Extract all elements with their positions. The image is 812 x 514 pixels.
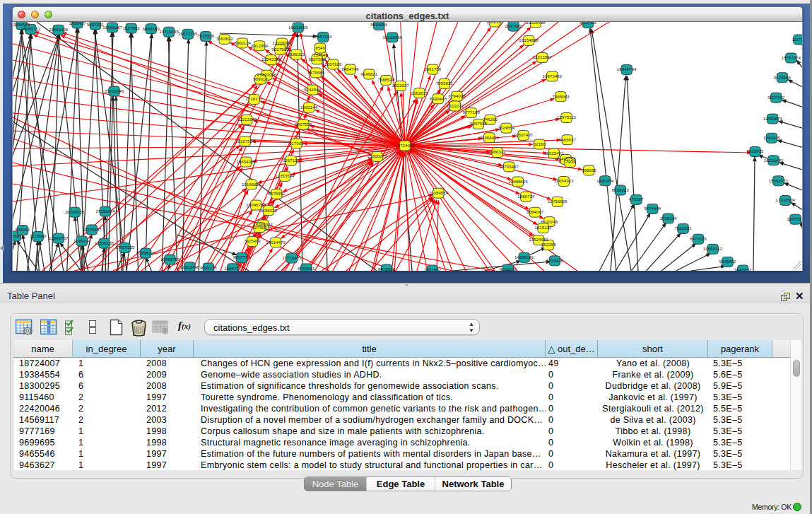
svg-text:7588520: 7588520 bbox=[377, 77, 395, 82]
svg-text:19654923: 19654923 bbox=[554, 178, 574, 183]
svg-text:835061: 835061 bbox=[16, 227, 30, 232]
svg-text:10756928: 10756928 bbox=[548, 199, 567, 204]
svg-text:16107554: 16107554 bbox=[235, 139, 255, 144]
svg-text:7357224: 7357224 bbox=[314, 34, 332, 39]
svg-text:8938923: 8938923 bbox=[612, 187, 630, 192]
svg-text:6794028: 6794028 bbox=[448, 93, 466, 98]
svg-text:19218506: 19218506 bbox=[382, 35, 402, 40]
svg-text:20364436: 20364436 bbox=[479, 135, 499, 140]
svg-text:17957225: 17957225 bbox=[115, 245, 135, 250]
svg-text:10719155: 10719155 bbox=[159, 29, 179, 34]
svg-text:20053346: 20053346 bbox=[105, 88, 124, 93]
svg-text:12213349: 12213349 bbox=[237, 117, 257, 122]
svg-text:127904: 127904 bbox=[252, 225, 267, 230]
svg-text:2803144: 2803144 bbox=[300, 105, 318, 110]
svg-text:9945652: 9945652 bbox=[734, 267, 752, 271]
svg-text:8186323: 8186323 bbox=[288, 52, 305, 57]
svg-text:12093873: 12093873 bbox=[763, 116, 783, 121]
svg-text:3498222: 3498222 bbox=[260, 208, 278, 213]
svg-text:15716485: 15716485 bbox=[282, 255, 302, 260]
svg-text:9474444: 9474444 bbox=[644, 206, 661, 211]
svg-text:10958107: 10958107 bbox=[136, 250, 155, 255]
svg-text:8472638: 8472638 bbox=[378, 267, 396, 271]
svg-text:3822037: 3822037 bbox=[392, 83, 410, 88]
svg-text:1167533: 1167533 bbox=[787, 216, 802, 221]
svg-text:12226058: 12226058 bbox=[272, 40, 292, 45]
svg-text:2935114: 2935114 bbox=[660, 216, 677, 221]
svg-text:3624554: 3624554 bbox=[498, 125, 515, 130]
svg-text:16033809: 16033809 bbox=[288, 25, 308, 30]
svg-text:2071882: 2071882 bbox=[424, 267, 442, 271]
svg-text:7625402: 7625402 bbox=[244, 238, 261, 243]
svg-text:9146821: 9146821 bbox=[360, 71, 378, 76]
svg-text:7632621: 7632621 bbox=[674, 226, 692, 230]
svg-text:1880724: 1880724 bbox=[517, 194, 535, 199]
svg-text:8293921: 8293921 bbox=[298, 266, 315, 271]
svg-text:15692971: 15692971 bbox=[769, 178, 789, 183]
svg-text:19046736: 19046736 bbox=[246, 202, 266, 207]
svg-text:9327508: 9327508 bbox=[308, 57, 326, 62]
svg-text:2718170: 2718170 bbox=[246, 96, 264, 101]
svg-text:7904: 7904 bbox=[565, 159, 575, 164]
svg-text:14055712: 14055712 bbox=[21, 26, 41, 31]
svg-text:1002543: 1002543 bbox=[486, 22, 504, 24]
svg-text:479197: 479197 bbox=[629, 197, 644, 201]
svg-text:6466160: 6466160 bbox=[143, 26, 160, 31]
svg-text:1615132: 1615132 bbox=[534, 225, 552, 230]
svg-text:6497568: 6497568 bbox=[470, 121, 488, 126]
svg-text:1115689: 1115689 bbox=[30, 233, 47, 238]
svg-text:12505135: 12505135 bbox=[95, 240, 114, 245]
svg-text:10975887: 10975887 bbox=[82, 227, 102, 232]
svg-text:16648794: 16648794 bbox=[617, 66, 637, 71]
svg-text:1621072: 1621072 bbox=[447, 103, 464, 108]
svg-text:1145194: 1145194 bbox=[73, 238, 90, 243]
svg-text:7986322: 7986322 bbox=[489, 149, 507, 154]
svg-text:1244415: 1244415 bbox=[763, 135, 781, 140]
svg-text:10507487: 10507487 bbox=[514, 132, 534, 137]
svg-text:19384554: 19384554 bbox=[429, 190, 449, 195]
svg-text:19166825: 19166825 bbox=[242, 182, 261, 187]
svg-text:7485063: 7485063 bbox=[552, 94, 570, 99]
svg-text:14136141: 14136141 bbox=[514, 255, 534, 259]
svg-text:10025438: 10025438 bbox=[526, 22, 546, 25]
svg-text:17359924: 17359924 bbox=[95, 209, 115, 214]
svg-text:9657771: 9657771 bbox=[233, 255, 251, 259]
svg-text:3175685: 3175685 bbox=[307, 70, 325, 75]
svg-text:16671355: 16671355 bbox=[178, 31, 198, 36]
svg-text:10655287: 10655287 bbox=[102, 25, 122, 30]
svg-text:1733426: 1733426 bbox=[546, 258, 564, 263]
svg-text:10654112: 10654112 bbox=[703, 246, 723, 251]
svg-text:12353594: 12353594 bbox=[275, 173, 295, 178]
svg-text:8990448: 8990448 bbox=[430, 96, 447, 101]
svg-text:8454749: 8454749 bbox=[341, 66, 359, 71]
svg-text:3915971: 3915971 bbox=[13, 233, 24, 238]
svg-text:252254: 252254 bbox=[541, 242, 556, 247]
svg-text:6120746: 6120746 bbox=[541, 219, 558, 224]
svg-text:19654985: 19654985 bbox=[236, 159, 256, 164]
svg-text:10973493: 10973493 bbox=[542, 74, 562, 78]
svg-text:699695: 699695 bbox=[582, 168, 596, 173]
svg-text:17016504: 17016504 bbox=[776, 197, 796, 202]
svg-text:111731: 111731 bbox=[792, 37, 802, 42]
svg-text:2087682: 2087682 bbox=[505, 23, 522, 28]
svg-text:9162838: 9162838 bbox=[500, 267, 517, 271]
svg-text:16154838: 16154838 bbox=[519, 37, 539, 42]
svg-text:15751074: 15751074 bbox=[781, 55, 801, 60]
svg-text:3912954: 3912954 bbox=[251, 43, 269, 48]
svg-text:1440954: 1440954 bbox=[596, 178, 614, 183]
svg-text:62160: 62160 bbox=[534, 141, 546, 146]
svg-text:2867608: 2867608 bbox=[324, 62, 342, 66]
svg-text:1805427: 1805427 bbox=[69, 22, 86, 25]
svg-text:917006: 917006 bbox=[289, 141, 304, 146]
svg-text:16914479: 16914479 bbox=[266, 240, 286, 245]
svg-text:12975115: 12975115 bbox=[557, 115, 577, 119]
svg-text:1362615: 1362615 bbox=[411, 90, 428, 95]
svg-text:10025433: 10025433 bbox=[544, 151, 564, 156]
svg-text:10543362: 10543362 bbox=[261, 57, 281, 62]
svg-text:9245652: 9245652 bbox=[719, 259, 737, 264]
svg-text:16782759: 16782759 bbox=[160, 257, 180, 262]
svg-text:12923448: 12923448 bbox=[180, 264, 200, 269]
svg-text:8215935: 8215935 bbox=[746, 148, 764, 153]
svg-text:9505135: 9505135 bbox=[200, 265, 218, 270]
svg-text:1527602: 1527602 bbox=[123, 25, 141, 30]
